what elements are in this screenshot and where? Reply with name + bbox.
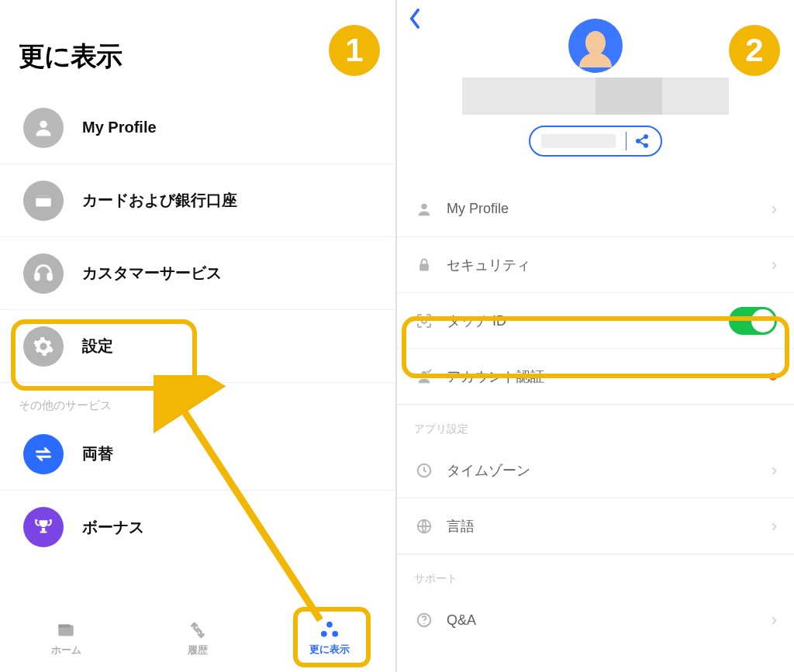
lock-icon [414,255,434,275]
settings-item-label: タイムゾーン [447,461,530,480]
menu-item-exchange[interactable]: 両替 [0,418,395,491]
settings-screen: My Profile › セキュリティ › タッチ ID アカウント認証 アプリ… [397,0,794,672]
svg-rect-2 [36,195,51,198]
chevron-right-icon: › [772,460,777,481]
menu-item-settings[interactable]: 設定 [0,310,395,383]
section-caption-other: その他のサービス [0,383,395,418]
share-icon [634,133,650,149]
chevron-right-icon: › [772,610,777,630]
tab-label: 更に表示 [309,643,350,656]
trophy-icon [23,507,64,547]
section-head-app-settings: アプリ設定 [397,405,794,443]
settings-item-my-profile[interactable]: My Profile › [397,181,794,237]
svg-point-11 [332,631,338,637]
svg-point-10 [321,631,327,637]
headset-icon [23,253,64,294]
person-icon [23,108,64,148]
step-badge-1: 1 [329,25,380,76]
section-head-support: サポート [397,554,794,592]
settings-item-label: Q&A [447,612,476,629]
menu-item-card-bank[interactable]: カードおよび銀行口座 [0,164,395,237]
settings-item-language[interactable]: 言語 › [397,498,794,554]
menu-item-label: 設定 [82,336,113,357]
svg-point-17 [422,319,426,323]
svg-rect-16 [419,264,429,271]
more-screen: 更に表示 My Profile カードおよび銀行口座 カスタマーサービス 設定 [0,0,397,672]
wallet-tab-icon [54,620,78,640]
more-menu-list: My Profile カードおよび銀行口座 カスタマーサービス 設定 その他のサ… [0,91,395,563]
more-tab-icon [318,621,341,639]
back-button[interactable] [408,8,422,35]
avatar-silhouette-icon [575,26,616,73]
gear-icon [23,326,64,367]
tab-home[interactable]: ホーム [27,620,105,657]
redacted-name [397,78,794,115]
svg-rect-8 [58,624,70,627]
touch-id-icon [414,311,434,331]
settings-item-account-verification[interactable]: アカウント認証 [397,349,794,405]
svg-rect-3 [36,274,40,280]
tab-bar: ホーム 履歴 更に表示 [0,605,395,672]
redacted-code [541,134,616,148]
chevron-left-icon [408,8,422,29]
menu-item-bonus[interactable]: ボーナス [0,491,395,563]
menu-item-label: カスタマーサービス [82,263,222,284]
svg-point-15 [421,203,426,208]
tab-more[interactable]: 更に表示 [291,621,368,656]
tab-label: ホーム [51,643,81,657]
svg-rect-5 [42,528,45,531]
settings-list: My Profile › セキュリティ › タッチ ID アカウント認証 アプリ… [397,181,794,648]
svg-point-22 [423,623,425,625]
menu-item-customer-service[interactable]: カスタマーサービス [0,237,395,310]
menu-item-label: カードおよび銀行口座 [82,190,237,211]
history-tab-icon [187,620,209,640]
globe-icon [414,516,434,536]
tab-label: 履歴 [188,643,208,657]
alert-dot-icon [769,373,777,381]
settings-item-qa[interactable]: Q&A › [397,592,794,648]
verify-icon [414,367,434,387]
touch-id-toggle[interactable] [729,307,777,335]
settings-item-label: My Profile [447,201,509,217]
help-icon [414,610,434,630]
settings-item-timezone[interactable]: タイムゾーン › [397,443,794,498]
settings-item-label: 言語 [447,517,475,536]
settings-item-security[interactable]: セキュリティ › [397,237,794,293]
clock-icon [414,460,434,481]
settings-item-label: タッチ ID [447,312,506,330]
svg-rect-4 [48,274,52,280]
menu-item-label: ボーナス [82,517,144,538]
wallet-icon [23,181,64,221]
tab-history[interactable]: 履歴 [159,620,236,657]
chevron-right-icon: › [772,516,777,536]
step-badge-2: 2 [729,25,780,76]
chevron-right-icon: › [772,199,777,219]
svg-point-0 [40,120,47,127]
chevron-right-icon: › [772,255,777,275]
settings-item-label: アカウント認証 [447,367,544,386]
settings-item-label: セキュリティ [447,256,530,274]
menu-item-label: 両替 [82,443,113,464]
share-pill[interactable] [529,126,662,157]
svg-rect-6 [40,531,47,532]
avatar [568,19,623,73]
person-icon [414,199,434,219]
svg-point-9 [326,622,333,628]
menu-item-my-profile[interactable]: My Profile [0,91,395,164]
settings-item-touch-id[interactable]: タッチ ID [397,293,794,349]
exchange-icon [23,434,64,474]
menu-item-label: My Profile [82,119,157,136]
svg-point-18 [421,370,426,376]
